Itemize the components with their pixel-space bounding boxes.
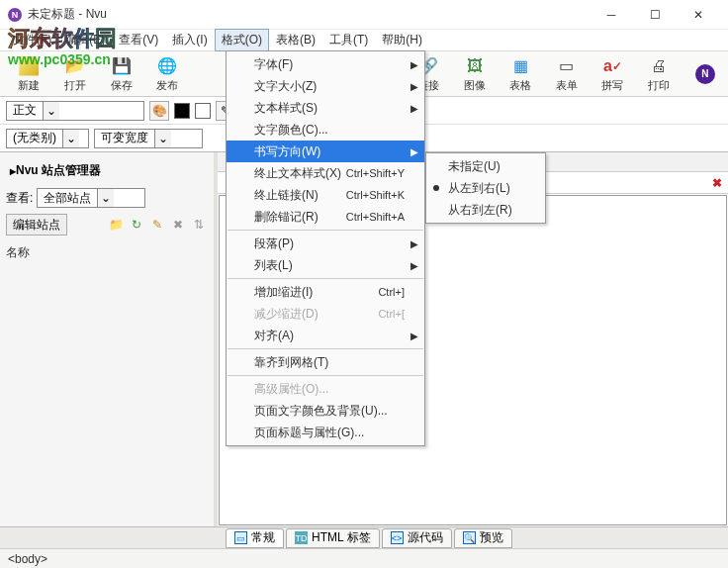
selected-bullet-icon xyxy=(433,185,439,191)
source-view-icon: <> xyxy=(391,531,404,544)
menu-item-paragraph[interactable]: 段落(P)▶ xyxy=(227,233,424,254)
chevron-down-icon: ⌄ xyxy=(97,189,114,207)
preview-icon: 🔍 xyxy=(463,531,476,544)
form-icon: ▭ xyxy=(556,55,578,77)
menu-item-page-colors[interactable]: 页面文字颜色及背景(U)... xyxy=(227,400,424,422)
close-button[interactable]: ✕ xyxy=(677,1,720,29)
close-tab-icon[interactable]: ✖ xyxy=(712,176,722,190)
nvu-button[interactable]: N xyxy=(682,52,728,96)
menu-view[interactable]: 查看(V) xyxy=(112,29,165,51)
menu-insert[interactable]: 插入(I) xyxy=(165,29,214,51)
image-icon: 🖼 xyxy=(464,55,486,77)
menu-item-remove-anchor[interactable]: 删除锚记(R)Ctrl+Shift+A xyxy=(227,206,424,228)
submenu-item-ltr[interactable]: 从左到右(L) xyxy=(426,177,545,199)
tab-html-tags[interactable]: TDHTML 标签 xyxy=(286,528,380,548)
submenu-arrow-icon: ▶ xyxy=(410,331,418,341)
open-button[interactable]: 📂打开 xyxy=(52,52,99,96)
text-color-swatch[interactable] xyxy=(174,103,190,119)
paragraph-style-select[interactable]: 正文⌄ xyxy=(6,101,144,121)
menu-item-list[interactable]: 列表(L)▶ xyxy=(227,254,424,276)
minimize-button[interactable]: ─ xyxy=(590,1,633,29)
menu-item-indent-less: 减少缩进(D)Ctrl+[ xyxy=(227,303,424,325)
refresh-icon[interactable]: ↻ xyxy=(128,216,145,234)
menu-item-stop-styles[interactable]: 终止文本样式(X)Ctrl+Shift+Y xyxy=(227,162,424,184)
chevron-down-icon: ⌄ xyxy=(62,130,79,147)
site-manager-sidebar: ▸ Nvu 站点管理器 查看: 全部站点⌄ 编辑站点 📁 ↻ ✎ ✖ ⇅ 名称 xyxy=(0,152,218,526)
submenu-arrow-icon: ▶ xyxy=(410,103,418,114)
publish-button[interactable]: 🌐发布 xyxy=(144,52,191,96)
menu-table[interactable]: 表格(B) xyxy=(269,29,322,51)
normal-view-icon: ▭ xyxy=(234,531,247,544)
column-header-name: 名称 xyxy=(6,244,208,261)
submenu-item-rtl[interactable]: 从右到左(R) xyxy=(426,199,545,221)
nvu-icon: N xyxy=(695,64,715,84)
chevron-down-icon: ⌄ xyxy=(43,102,59,120)
edit-sites-button[interactable]: 编辑站点 xyxy=(6,214,67,236)
maximize-button[interactable]: ☐ xyxy=(633,1,677,29)
view-mode-tabs: ▭常规 TDHTML 标签 <>源代码 🔍预览 xyxy=(0,526,728,548)
submenu-arrow-icon: ▶ xyxy=(410,59,418,70)
folder-icon: 📂 xyxy=(64,55,86,77)
menu-separator xyxy=(228,348,423,349)
rename-icon[interactable]: ✎ xyxy=(148,216,166,234)
menu-item-snap-grid[interactable]: 靠齐到网格(T) xyxy=(227,351,424,373)
new-file-icon xyxy=(19,56,39,76)
save-button[interactable]: 💾保存 xyxy=(98,52,144,96)
print-button[interactable]: 🖨打印 xyxy=(636,52,682,96)
menu-item-size[interactable]: 文字大小(Z)▶ xyxy=(227,75,424,97)
menu-edit[interactable]: 编辑(E) xyxy=(58,29,112,51)
save-icon: 💾 xyxy=(111,55,133,77)
tab-source[interactable]: <>源代码 xyxy=(382,528,452,548)
menu-item-stop-links[interactable]: 终止链接(N)Ctrl+Shift+K xyxy=(227,184,424,206)
menu-tools[interactable]: 工具(T) xyxy=(322,29,375,51)
app-icon: N xyxy=(8,8,22,22)
spellcheck-icon: a✓ xyxy=(601,55,623,77)
print-icon: 🖨 xyxy=(648,55,670,77)
menu-separator xyxy=(228,375,423,376)
menu-item-page-title[interactable]: 页面标题与属性(G)... xyxy=(227,422,424,443)
menu-item-text-style[interactable]: 文本样式(S)▶ xyxy=(227,97,424,119)
menu-format[interactable]: 格式(O) xyxy=(215,29,269,51)
spell-button[interactable]: a✓拼写 xyxy=(590,52,636,96)
menu-separator xyxy=(228,278,423,279)
submenu-item-unspecified[interactable]: 未指定(U) xyxy=(426,155,545,177)
submenu-arrow-icon: ▶ xyxy=(410,81,418,92)
site-select[interactable]: 全部站点⌄ xyxy=(37,188,145,208)
image-button[interactable]: 🖼图像 xyxy=(451,52,498,96)
menu-separator xyxy=(228,230,423,231)
form-button[interactable]: ▭表单 xyxy=(544,52,591,96)
menu-help[interactable]: 帮助(H) xyxy=(375,29,429,51)
submenu-arrow-icon: ▶ xyxy=(410,260,418,271)
globe-icon: 🌐 xyxy=(156,55,178,77)
menu-item-indent-more[interactable]: 增加缩进(I)Ctrl+] xyxy=(227,281,424,303)
chevron-down-icon: ⌄ xyxy=(154,130,171,147)
delete-icon[interactable]: ✖ xyxy=(169,216,187,234)
bg-color-swatch[interactable] xyxy=(195,103,211,119)
format-menu-panel: 字体(F)▶ 文字大小(Z)▶ 文本样式(S)▶ 文字颜色(C)... 书写方向… xyxy=(226,50,425,446)
table-button[interactable]: ▦表格 xyxy=(498,52,544,96)
menu-item-font[interactable]: 字体(F)▶ xyxy=(227,53,424,75)
tab-normal[interactable]: ▭常规 xyxy=(226,528,284,548)
status-bar: <body> xyxy=(0,548,728,568)
menu-bar: 文件(F) 编辑(E) 查看(V) 插入(I) 格式(O) 表格(B) 工具(T… xyxy=(0,30,728,51)
menu-item-align[interactable]: 对齐(A)▶ xyxy=(227,325,424,346)
font-select[interactable]: 可变宽度⌄ xyxy=(94,129,203,148)
menu-file[interactable]: 文件(F) xyxy=(6,29,58,51)
new-folder-icon[interactable]: 📁 xyxy=(107,216,125,234)
tab-preview[interactable]: 🔍预览 xyxy=(454,528,512,548)
menu-item-direction[interactable]: 书写方向(W)▶ xyxy=(227,141,424,162)
sidebar-title: ▸ Nvu 站点管理器 xyxy=(10,162,208,179)
window-title: 未定标题 - Nvu xyxy=(28,6,590,23)
new-button[interactable]: 新建 xyxy=(6,52,52,96)
tags-view-icon: TD xyxy=(295,531,308,544)
css-button[interactable]: 🎨 xyxy=(149,101,169,121)
table-icon: ▦ xyxy=(509,55,531,77)
menu-item-text-color[interactable]: 文字颜色(C)... xyxy=(227,119,424,141)
title-bar: N 未定标题 - Nvu ─ ☐ ✕ xyxy=(0,0,728,30)
submenu-arrow-icon: ▶ xyxy=(410,146,418,157)
sync-icon[interactable]: ⇅ xyxy=(190,216,208,234)
view-label: 查看: xyxy=(6,190,33,207)
submenu-arrow-icon: ▶ xyxy=(410,238,418,249)
class-select[interactable]: (无类别)⌄ xyxy=(6,129,89,148)
window-controls: ─ ☐ ✕ xyxy=(590,1,720,29)
